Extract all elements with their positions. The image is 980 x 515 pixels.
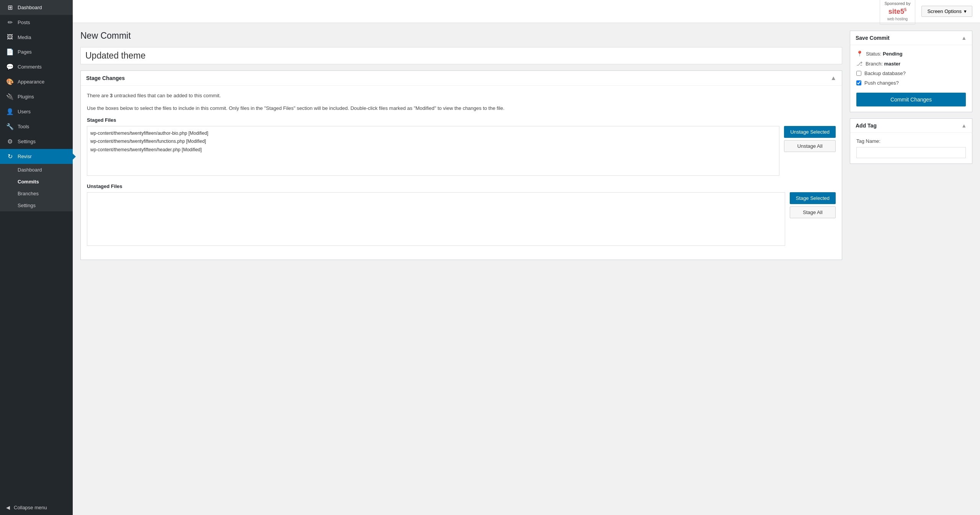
sidebar-item-dashboard[interactable]: ⊞ Dashboard [0, 0, 73, 15]
sidebar-item-revisr-label: Revisr [18, 154, 32, 159]
branch-value: master [884, 61, 900, 67]
status-row: 📍 Status: Pending [856, 51, 966, 57]
file-count: 3 [110, 93, 113, 98]
tag-name-label: Tag Name: [856, 138, 966, 144]
sidebar-item-tools[interactable]: 🔧 Tools [0, 119, 73, 134]
sidebar-item-posts[interactable]: ✏ Posts [0, 15, 73, 30]
web-hosting-text: web hosting [885, 16, 911, 22]
add-tag-toggle-icon: ▲ [961, 123, 967, 129]
save-commit-box: Save Commit ▲ 📍 Status: Pending ⎇ Branch… [850, 31, 972, 112]
main-panel: New Commit Stage Changes ▲ There are 3 u… [80, 31, 842, 266]
backup-db-label[interactable]: Backup database? [864, 70, 906, 76]
sidebar-item-settings[interactable]: ⚙ Settings [0, 134, 73, 149]
commit-changes-button[interactable]: Commit Changes [856, 93, 966, 106]
media-icon: 🖼 [6, 34, 14, 41]
push-changes-label[interactable]: Push changes? [864, 80, 899, 86]
submenu-item-commits[interactable]: Commits [0, 176, 73, 188]
unstaged-files-title: Unstaged Files [87, 183, 836, 189]
page-title: New Commit [80, 31, 842, 41]
topbar: Sponsored by site55 web hosting Screen O… [73, 0, 980, 23]
staged-files-section: Staged Files wp-content/themes/twentyfif… [87, 117, 836, 176]
sidebar-item-comments[interactable]: 💬 Comments [0, 59, 73, 74]
unstaged-files-buttons: Stage Selected Stage All [790, 192, 836, 218]
screen-options-label: Screen Options [927, 8, 962, 14]
sidebar-item-dashboard-label: Dashboard [18, 5, 42, 10]
save-commit-title: Save Commit [856, 35, 890, 41]
comments-icon: 💬 [6, 63, 14, 70]
right-sidebar: Save Commit ▲ 📍 Status: Pending ⎇ Branch… [850, 31, 972, 170]
save-commit-toggle-icon: ▲ [961, 35, 967, 41]
branch-label: Branch: master [866, 61, 900, 67]
main-content: Sponsored by site55 web hosting Screen O… [73, 0, 980, 515]
push-changes-checkbox[interactable] [856, 80, 861, 85]
collapse-label: Collapse menu [14, 505, 47, 510]
info-text-1: There are 3 untracked files that can be … [87, 92, 836, 100]
stage-changes-toggle-icon: ▲ [830, 75, 836, 82]
sidebar-item-media[interactable]: 🖼 Media [0, 30, 73, 44]
screen-options-chevron-icon: ▾ [964, 8, 967, 14]
sidebar-item-media-label: Media [18, 34, 31, 40]
stage-selected-button[interactable]: Stage Selected [790, 192, 836, 204]
add-tag-header[interactable]: Add Tag ▲ [850, 119, 972, 133]
tools-icon: 🔧 [6, 123, 14, 130]
sponsored-by-text: Sponsored by [885, 1, 911, 7]
revisr-icon: ↻ [6, 153, 14, 160]
posts-icon: ✏ [6, 19, 14, 26]
add-tag-title: Add Tag [856, 123, 877, 129]
info-text-2: Use the boxes below to select the files … [87, 105, 836, 113]
stage-changes-title: Stage Changes [86, 75, 125, 81]
sidebar-item-appearance[interactable]: 🎨 Appearance [0, 74, 73, 89]
backup-db-row: Backup database? [856, 70, 966, 76]
backup-db-checkbox[interactable] [856, 71, 861, 76]
staged-file-item[interactable]: wp-content/themes/twentyfifteen/header.p… [90, 146, 776, 154]
save-commit-body: 📍 Status: Pending ⎇ Branch: master Backu… [850, 45, 972, 112]
stage-changes-body: There are 3 untracked files that can be … [81, 86, 842, 260]
collapse-menu[interactable]: ◀ Collapse menu [0, 500, 73, 515]
staged-files-buttons: Unstage Selected Unstage All [784, 126, 836, 152]
settings-icon: ⚙ [6, 138, 14, 145]
branch-row: ⎇ Branch: master [856, 60, 966, 67]
unstaged-files-list[interactable] [87, 192, 785, 246]
submenu-item-dashboard[interactable]: Dashboard [0, 164, 73, 176]
sidebar-item-pages-label: Pages [18, 49, 32, 55]
status-icon: 📍 [856, 51, 863, 57]
push-changes-row: Push changes? [856, 80, 966, 86]
unstaged-files-section: Unstaged Files Stage Selected Stage All [87, 183, 836, 246]
submenu-item-branches[interactable]: Branches [0, 188, 73, 199]
staged-file-item[interactable]: wp-content/themes/twentyfifteen/function… [90, 137, 776, 146]
unstage-selected-button[interactable]: Unstage Selected [784, 126, 836, 138]
status-label: Status: Pending [866, 51, 902, 57]
sidebar-item-revisr[interactable]: ↻ Revisr [0, 149, 73, 164]
branch-icon: ⎇ [856, 60, 862, 67]
appearance-icon: 🎨 [6, 78, 14, 85]
sponsored-box: Sponsored by site55 web hosting [880, 0, 916, 25]
site5-logo: site55 [885, 7, 911, 16]
sidebar-item-appearance-label: Appearance [18, 79, 44, 85]
staged-file-item[interactable]: wp-content/themes/twentyfifteen/author-b… [90, 129, 776, 138]
submenu-item-settings[interactable]: Settings [0, 199, 73, 211]
staged-files-title: Staged Files [87, 117, 836, 123]
staged-files-list[interactable]: wp-content/themes/twentyfifteen/author-b… [87, 126, 779, 176]
sidebar-item-users[interactable]: 👤 Users [0, 104, 73, 119]
sidebar-item-plugins[interactable]: 🔌 Plugins [0, 89, 73, 104]
stage-changes-header[interactable]: Stage Changes ▲ [81, 71, 842, 86]
stage-changes-box: Stage Changes ▲ There are 3 untracked fi… [80, 70, 842, 260]
sidebar-item-tools-label: Tools [18, 124, 29, 129]
tag-name-input[interactable] [856, 147, 966, 158]
content-area: New Commit Stage Changes ▲ There are 3 u… [73, 23, 980, 515]
screen-options-button[interactable]: Screen Options ▾ [921, 6, 972, 17]
stage-all-button[interactable]: Stage All [790, 206, 836, 218]
unstaged-files-row: Stage Selected Stage All [87, 192, 836, 246]
sidebar-item-comments-label: Comments [18, 64, 42, 70]
sidebar-item-posts-label: Posts [18, 20, 30, 25]
commit-title-input[interactable] [80, 47, 842, 64]
sidebar: ⊞ Dashboard ✏ Posts 🖼 Media 📄 Pages 💬 Co… [0, 0, 73, 515]
staged-files-row: wp-content/themes/twentyfifteen/author-b… [87, 126, 836, 176]
unstage-all-button[interactable]: Unstage All [784, 140, 836, 152]
sidebar-item-pages[interactable]: 📄 Pages [0, 44, 73, 59]
users-icon: 👤 [6, 108, 14, 115]
add-tag-body: Tag Name: [850, 133, 972, 163]
save-commit-header[interactable]: Save Commit ▲ [850, 31, 972, 45]
sidebar-item-plugins-label: Plugins [18, 94, 34, 100]
revisr-submenu: Dashboard Commits Branches Settings [0, 164, 73, 211]
